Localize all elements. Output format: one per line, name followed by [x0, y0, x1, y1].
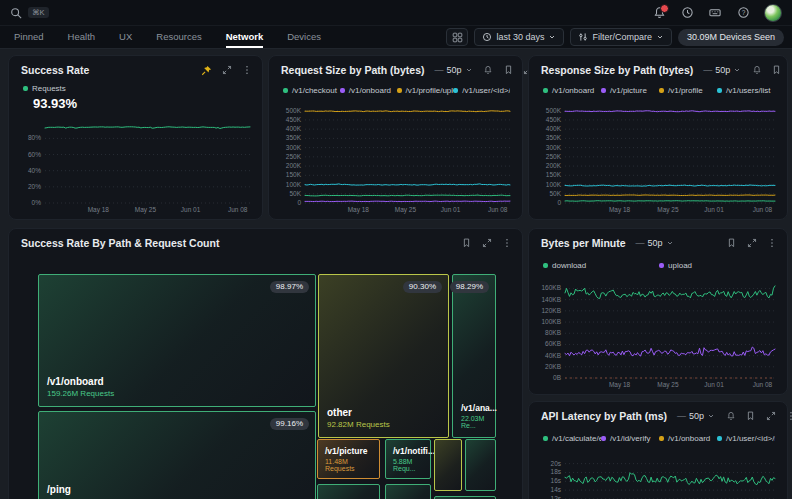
legend-item[interactable]: /v1/onboard: [659, 434, 717, 443]
legend-label: /v1/checkout: [292, 86, 337, 95]
tab-network[interactable]: Network: [226, 26, 263, 48]
legend-dot: [659, 263, 664, 268]
kebab-menu-icon[interactable]: [501, 238, 512, 249]
percentile-select[interactable]: — 50p: [636, 238, 674, 248]
svg-text:Jun 08: Jun 08: [488, 206, 508, 213]
success-rate-chart[interactable]: 0%20%40%60%80%May 18May 25Jun 01Jun 08: [15, 114, 256, 215]
legend-item[interactable]: download: [543, 261, 659, 270]
treemap-tile-picture[interactable]: /v1/picture11.48M Requests: [317, 439, 380, 479]
search-icon: [10, 7, 22, 19]
treemap-tile-label: /v1/onboard: [47, 376, 114, 387]
bookmark-icon[interactable]: [771, 65, 782, 76]
percentile-select[interactable]: — 50p: [703, 65, 741, 75]
legend-item[interactable]: /v1/profile/upload: [397, 86, 454, 95]
devices-seen-badge[interactable]: 30.09M Devices Seen: [678, 29, 784, 46]
legend-item[interactable]: /v1/user/<id>/profile: [453, 86, 510, 95]
filter-compare-label: Filter/Compare: [592, 32, 652, 42]
card-success-by-path-treemap: Success Rate By Path & Request Count 98.…: [8, 228, 523, 499]
svg-text:Jun 08: Jun 08: [753, 206, 773, 213]
treemap-tile-tile-7[interactable]: [434, 439, 462, 491]
expand-icon[interactable]: [746, 238, 757, 249]
api-latency-chart[interactable]: 12s14s16s18s20sMay 18May 25Jun 01Jun 08: [535, 452, 781, 499]
legend-dot: [23, 86, 28, 91]
legend-item[interactable]: /v1/calculate/eta: [543, 434, 601, 443]
legend-item[interactable]: /v1/profile: [659, 86, 717, 95]
help-icon[interactable]: ?: [736, 6, 750, 20]
treemap-tile-tile-8[interactable]: [465, 439, 496, 491]
svg-text:May 18: May 18: [609, 381, 631, 389]
treemap-tile-ping[interactable]: 99.16%/ping: [38, 411, 316, 499]
search-button[interactable]: ⌘K: [10, 7, 49, 19]
bytes-per-minute-chart[interactable]: 0B20KB40KB60KB80KB100KB120KB140KB160KBMa…: [535, 279, 781, 390]
success-rate-value: 93.93%: [33, 96, 77, 111]
history-clock-icon[interactable]: [680, 6, 694, 20]
keyboard-icon[interactable]: [708, 6, 722, 20]
legend-item[interactable]: /v1/user/<id>/rem...: [717, 434, 775, 443]
treemap-tile-notifications[interactable]: /v1/notifi...5.88M Requ...: [385, 439, 431, 479]
svg-text:Jun 01: Jun 01: [181, 206, 201, 213]
treemap-tile-tile-9[interactable]: [317, 484, 380, 499]
pin-icon[interactable]: [201, 65, 212, 76]
treemap-tile-label: /v1/notifi...: [393, 446, 435, 456]
kebab-menu-icon[interactable]: [766, 238, 777, 249]
legend-label: /v1/id/verify: [610, 434, 650, 443]
bookmark-icon[interactable]: [726, 238, 737, 249]
legend-dot: [659, 436, 664, 441]
bookmark-icon[interactable]: [461, 238, 472, 249]
tab-ux[interactable]: UX: [119, 26, 132, 48]
legend-item[interactable]: /v1/id/verify: [601, 434, 659, 443]
tab-resources[interactable]: Resources: [156, 26, 201, 48]
treemap-tile-requests: 5.88M Requ...: [393, 458, 435, 472]
svg-text:16s: 16s: [551, 477, 562, 484]
nav-tabs: PinnedHealthUXResourcesNetworkDevices: [0, 26, 321, 48]
legend-item[interactable]: /v1/users/list: [717, 86, 775, 95]
legend-dot: [283, 88, 288, 93]
expand-icon[interactable]: [765, 411, 776, 422]
svg-text:40%: 40%: [28, 167, 41, 174]
tab-pinned[interactable]: Pinned: [14, 26, 44, 48]
percentile-select[interactable]: — 50p: [435, 65, 473, 75]
expand-icon[interactable]: [221, 65, 232, 76]
legend: downloadupload: [543, 261, 775, 270]
legend-item[interactable]: /v1/picture: [601, 86, 659, 95]
legend-item[interactable]: /v1/onboard: [340, 86, 397, 95]
svg-text:200K: 200K: [286, 162, 302, 169]
treemap-tile-other[interactable]: 90.30%other92.82M Requests: [318, 274, 449, 438]
card-response-size: Response Size by Path (bytes) — 50p /v1/…: [528, 55, 788, 220]
bookmark-icon[interactable]: [503, 65, 514, 76]
treemap-tile-analytics[interactable]: 98.29%/v1/ana...22.03M Re...: [452, 274, 496, 438]
dashboard-layout-button[interactable]: [446, 28, 468, 46]
percentile-select[interactable]: — 50p: [677, 411, 715, 421]
legend-item[interactable]: Requests: [23, 84, 250, 93]
legend-item[interactable]: /v1/onboard: [543, 86, 601, 95]
kebab-menu-icon[interactable]: [785, 411, 792, 422]
svg-text:350K: 350K: [286, 134, 302, 141]
bookmark-icon[interactable]: [745, 411, 756, 422]
svg-text:May 25: May 25: [657, 381, 679, 389]
legend-item[interactable]: upload: [659, 261, 775, 270]
filter-compare-button[interactable]: Filter/Compare: [570, 28, 672, 46]
svg-text:250K: 250K: [546, 153, 562, 160]
response-size-chart[interactable]: 050K100K150K200K250K300K350K400K450K500K…: [535, 102, 781, 215]
svg-text:450K: 450K: [286, 116, 302, 123]
treemap-tile-onboard[interactable]: 98.97%/v1/onboard159.26M Requests: [38, 274, 316, 407]
treemap-tile-tile-10[interactable]: [385, 484, 431, 499]
alert-icon[interactable]: [751, 65, 762, 76]
navbar: PinnedHealthUXResourcesNetworkDevices la…: [0, 26, 792, 49]
expand-icon[interactable]: [481, 238, 492, 249]
kebab-menu-icon[interactable]: [241, 65, 252, 76]
tab-health[interactable]: Health: [68, 26, 95, 48]
tab-devices[interactable]: Devices: [287, 26, 321, 48]
chevron-down-icon: [666, 239, 674, 247]
card-title: Bytes per Minute: [541, 237, 626, 249]
app-root: ⌘K ? PinnedHealthUXResourcesNetworkDevic…: [0, 0, 792, 499]
svg-text:May 25: May 25: [657, 206, 679, 214]
time-range-select[interactable]: last 30 days: [474, 28, 564, 46]
request-size-chart[interactable]: 050K100K150K200K250K300K350K400K450K500K…: [275, 102, 516, 215]
svg-text:160KB: 160KB: [541, 284, 561, 291]
user-avatar[interactable]: [764, 4, 782, 22]
alert-icon[interactable]: [725, 411, 736, 422]
notifications-bell-icon[interactable]: [652, 6, 666, 20]
alert-icon[interactable]: [483, 65, 494, 76]
legend-item[interactable]: /v1/checkout: [283, 86, 340, 95]
